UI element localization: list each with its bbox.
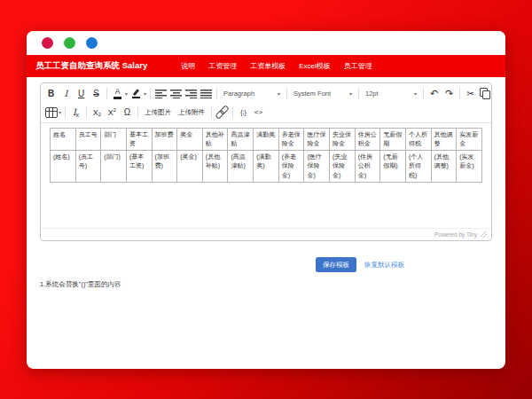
text-color-icon[interactable] xyxy=(110,86,125,101)
table-header-cell[interactable]: 住房公积金 xyxy=(355,129,380,151)
superscript-icon[interactable] xyxy=(105,105,120,120)
text-color-chevron-icon[interactable] xyxy=(125,90,128,97)
toolbar-separator xyxy=(423,88,424,99)
table-icon[interactable] xyxy=(45,107,58,118)
toolbar-separator xyxy=(358,88,359,99)
table-header-cell[interactable]: 姓名 xyxy=(51,129,76,151)
table-placeholder-cell[interactable]: (失业保险金) xyxy=(330,151,356,182)
toolbar-separator xyxy=(150,88,151,99)
editor-toolbar: Paragraph System Font 12pt xyxy=(41,83,491,123)
table-placeholder-cell[interactable]: (基本工资) xyxy=(126,151,152,182)
restore-default-template-link[interactable]: 恢复默认模板 xyxy=(364,261,404,270)
app-title: 员工工资自助查询系统 Salary xyxy=(35,60,147,72)
table-placeholder-cell[interactable]: (员工号) xyxy=(75,151,101,182)
table-header-cell[interactable]: 无薪假期 xyxy=(380,129,406,151)
font-family-select[interactable]: System Font xyxy=(290,86,356,101)
strikethrough-icon[interactable] xyxy=(89,86,104,101)
table-header-cell[interactable]: 加班费 xyxy=(152,129,177,151)
nav-item[interactable]: 工资管理 xyxy=(208,61,237,71)
underline-icon[interactable] xyxy=(74,86,89,101)
italic-icon[interactable] xyxy=(59,86,74,101)
code-sample-icon[interactable] xyxy=(236,105,251,120)
highlight-color-icon[interactable] xyxy=(129,86,144,101)
table-header-cell[interactable]: 满勤奖 xyxy=(254,129,279,151)
table-placeholder-row: (姓名)(员工号)(部门)(基本工资)(加班费)(奖金)(其他补贴)(高温津贴)… xyxy=(51,151,482,182)
special-character-icon[interactable] xyxy=(120,105,135,120)
table-header-cell[interactable]: 实发薪金 xyxy=(457,129,482,151)
save-template-button[interactable]: 保存模板 xyxy=(316,257,356,272)
nav-item[interactable]: Excel模板 xyxy=(299,61,331,71)
table-chevron-icon[interactable] xyxy=(59,109,61,115)
table-header-cell[interactable]: 医疗保险金 xyxy=(304,129,330,151)
align-left-icon[interactable] xyxy=(155,89,167,98)
tiny-branding-label: Powered by Tiny xyxy=(434,231,477,238)
upload-attachment-button[interactable]: 上传附件 xyxy=(175,105,208,120)
table-header-cell[interactable]: 基本工资 xyxy=(126,129,152,151)
nav-item[interactable]: 工资单模板 xyxy=(250,61,286,71)
table-placeholder-cell[interactable]: (养老保险金) xyxy=(278,151,304,182)
table-placeholder-cell[interactable]: (高温津贴) xyxy=(228,151,254,182)
source-code-icon[interactable] xyxy=(251,105,266,120)
subscript-icon[interactable] xyxy=(90,105,105,120)
window-maximize-button[interactable] xyxy=(86,37,98,49)
toolbar-separator xyxy=(65,106,66,118)
link-icon[interactable] xyxy=(215,105,230,120)
cut-icon[interactable] xyxy=(463,86,478,101)
table-placeholder-cell[interactable]: (实发薪金) xyxy=(457,151,482,182)
toolbar-separator xyxy=(286,88,287,99)
table-placeholder-cell[interactable]: (无薪假期) xyxy=(380,151,406,182)
editor-content-area[interactable]: 姓名员工号部门基本工资加班费奖金其他补贴高温津贴满勤奖养老保险金医疗保险金失业保… xyxy=(41,123,491,228)
table-placeholder-cell[interactable]: (姓名) xyxy=(51,151,76,182)
navbar-menu: 说明工资管理工资单模板Excel模板员工管理 xyxy=(181,61,372,71)
redo-icon[interactable] xyxy=(442,86,457,101)
table-placeholder-cell[interactable]: (个人所得税) xyxy=(405,151,431,182)
top-navbar: 员工工资自助查询系统 Salary 说明工资管理工资单模板Excel模板员工管理 xyxy=(27,55,505,77)
toolbar-separator xyxy=(459,88,460,99)
table-header-row: 姓名员工号部门基本工资加班费奖金其他补贴高温津贴满勤奖养老保险金医疗保险金失业保… xyxy=(51,129,482,151)
table-placeholder-cell[interactable]: (加班费) xyxy=(152,151,177,182)
window-minimize-button[interactable] xyxy=(64,37,75,49)
align-center-icon[interactable] xyxy=(170,89,182,98)
bold-icon[interactable] xyxy=(43,86,59,101)
table-placeholder-cell[interactable]: (医疗保险金) xyxy=(304,151,330,182)
page-content: Paragraph System Font 12pt xyxy=(27,77,505,289)
toolbar-separator xyxy=(137,106,138,118)
resize-handle-icon[interactable] xyxy=(481,231,487,238)
table-placeholder-cell[interactable]: (住房公积金) xyxy=(355,151,380,182)
undo-icon[interactable] xyxy=(426,86,442,101)
highlight-color-chevron-icon[interactable] xyxy=(144,90,146,97)
placeholder-hint-note: 1.系统会替换"()"里面的内容 xyxy=(40,280,492,289)
font-size-select[interactable]: 12pt xyxy=(362,86,420,101)
table-header-cell[interactable]: 员工号 xyxy=(75,129,101,151)
align-justify-icon[interactable] xyxy=(200,89,212,98)
payslip-template-table: 姓名员工号部门基本工资加班费奖金其他补贴高温津贴满勤奖养老保险金医疗保险金失业保… xyxy=(50,128,482,183)
font-family-value: System Font xyxy=(293,90,331,98)
table-placeholder-cell[interactable]: (其他补贴) xyxy=(202,151,228,182)
table-header-cell[interactable]: 养老保险金 xyxy=(278,129,304,151)
table-placeholder-cell[interactable]: (部门) xyxy=(101,151,127,182)
table-header-cell[interactable]: 部门 xyxy=(101,129,127,151)
table-placeholder-cell[interactable]: (满勤奖) xyxy=(254,151,279,182)
nav-item[interactable]: 员工管理 xyxy=(344,61,372,71)
clear-formatting-icon[interactable] xyxy=(68,105,83,120)
table-header-cell[interactable]: 其他补贴 xyxy=(202,129,228,151)
align-right-icon[interactable] xyxy=(185,89,197,98)
toolbar-separator xyxy=(216,88,217,99)
chevron-down-icon xyxy=(278,90,280,98)
copy-icon[interactable] xyxy=(478,86,492,101)
table-header-cell[interactable]: 个人所得税 xyxy=(405,129,431,151)
table-header-cell[interactable]: 失业保险金 xyxy=(330,129,356,151)
font-size-value: 12pt xyxy=(365,90,379,98)
paragraph-format-select[interactable]: Paragraph xyxy=(220,86,284,101)
chevron-down-icon xyxy=(349,90,352,98)
table-header-cell[interactable]: 高温津贴 xyxy=(228,129,254,151)
browser-chrome xyxy=(27,31,505,55)
table-header-cell[interactable]: 其他调整 xyxy=(431,129,457,151)
window-close-button[interactable] xyxy=(42,37,53,49)
nav-item[interactable]: 说明 xyxy=(181,61,195,71)
toolbar-row-2: 上传图片 上传附件 xyxy=(43,103,489,121)
upload-image-button[interactable]: 上传图片 xyxy=(141,105,175,120)
table-placeholder-cell[interactable]: (其他调整) xyxy=(431,151,457,182)
table-placeholder-cell[interactable]: (奖金) xyxy=(177,151,203,182)
table-header-cell[interactable]: 奖金 xyxy=(177,129,203,151)
